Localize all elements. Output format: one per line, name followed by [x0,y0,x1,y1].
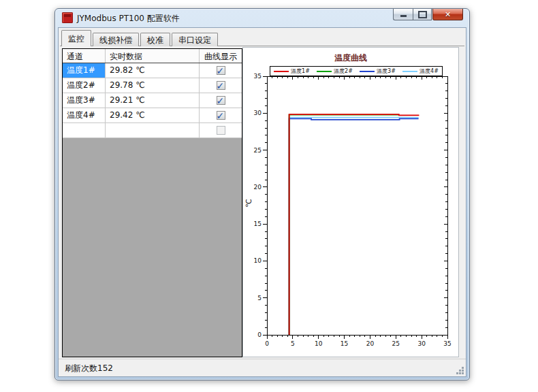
y-axis-label: ℃ [244,199,253,207]
minimize-button[interactable] [393,9,413,20]
svg-text:5: 5 [257,295,262,301]
curve-checkbox[interactable]: ✓ [217,81,225,90]
svg-text:25: 25 [392,340,400,347]
svg-text:35: 35 [254,73,262,80]
svg-text:0: 0 [265,340,269,347]
svg-text:5: 5 [291,340,295,347]
tab-3[interactable]: 校准 [140,33,170,46]
svg-text:15: 15 [254,220,262,227]
legend-item: 温度1# [274,69,310,74]
refresh-count-label: 刷新次数152 [65,363,113,374]
curve-checkbox[interactable] [217,126,225,135]
legend-item: 温度3# [360,69,396,74]
maximize-icon [418,11,427,18]
value-cell[interactable]: 29.21 ℃ [106,93,200,108]
svg-text:20: 20 [366,340,375,347]
tab-2[interactable]: 线损补偿 [93,33,139,46]
table-row[interactable]: 温度3#29.21 ℃✓ [63,93,242,108]
legend-line-swatch [360,71,375,72]
legend-line-swatch [402,71,417,72]
svg-text:0: 0 [257,331,262,338]
chart-legend: 温度1#温度2#温度3#温度4# [270,66,443,76]
legend-label: 温度2# [334,69,353,74]
status-bar: 刷新次数152 [59,359,466,376]
table-row[interactable]: 温度2#29.78 ℃✓ [63,78,242,93]
channel-cell[interactable]: 温度4# [63,108,106,122]
client-area: 监控线损补偿校准串口设定 通道实时数据曲线显示 温度1#29.82 ℃✓温度2#… [58,27,466,377]
value-cell[interactable]: 29.82 ℃ [106,63,200,78]
curve-display-cell: ✓ [200,93,242,108]
value-cell[interactable] [106,123,200,137]
window-title: JYModbus PT100 配置软件 [77,13,180,24]
legend-line-swatch [274,71,289,72]
maximize-button[interactable] [413,9,432,20]
curve-display-cell: ✓ [200,108,242,122]
svg-text:20: 20 [254,184,262,191]
resize-grip[interactable] [456,366,464,375]
tab-4[interactable]: 串口设定 [172,33,218,46]
close-button[interactable]: ✕ [432,9,463,20]
svg-text:25: 25 [254,147,262,154]
channel-cell[interactable]: 温度1# [63,63,106,78]
legend-label: 温度4# [420,69,439,74]
value-cell[interactable]: 29.78 ℃ [106,78,200,93]
svg-text:10: 10 [254,257,262,264]
close-icon: ✕ [445,10,451,19]
column-header[interactable]: 实时数据 [106,49,200,63]
table-body: 温度1#29.82 ℃✓温度2#29.78 ℃✓温度3#29.21 ℃✓温度4#… [63,63,242,138]
window-controls: ✕ [393,9,463,20]
tab-strip: 监控线损补偿校准串口设定 [61,30,219,46]
tab-1[interactable]: 监控 [61,30,91,46]
app-window: JYModbus PT100 配置软件 ✕ 监控线损补偿校准串口设定 通道实时数… [54,8,470,380]
app-icon [62,12,73,23]
legend-label: 温度1# [291,69,310,74]
chart-panel: 温度曲线 温度1#温度2#温度3#温度4# ℃ 0510152025303505… [242,47,459,357]
table-row[interactable]: 温度4#29.42 ℃✓ [63,108,242,123]
svg-text:15: 15 [341,340,348,347]
column-header[interactable]: 曲线显示 [200,49,242,63]
check-icon: ✓ [217,64,225,78]
channel-cell[interactable]: 温度3# [63,93,106,108]
table-row[interactable] [63,123,242,138]
curve-display-cell [200,123,242,137]
svg-text:30: 30 [254,110,262,116]
check-icon: ✓ [217,94,225,108]
legend-label: 温度3# [377,69,396,74]
curve-display-cell: ✓ [200,78,242,93]
value-cell[interactable]: 29.42 ℃ [106,108,200,122]
legend-item: 温度4# [402,69,439,74]
svg-text:30: 30 [417,340,426,347]
channel-cell[interactable]: 温度2# [63,78,106,93]
table-row[interactable]: 温度1#29.82 ℃✓ [63,63,242,78]
channel-cell[interactable] [63,123,106,137]
check-icon: ✓ [217,109,225,122]
minimize-icon [400,15,407,17]
curve-checkbox[interactable]: ✓ [217,66,225,75]
legend-item: 温度2# [317,69,353,74]
curve-checkbox[interactable]: ✓ [217,111,225,120]
svg-text:35: 35 [443,340,451,347]
desktop: JYModbus PT100 配置软件 ✕ 监控线损补偿校准串口设定 通道实时数… [0,0,538,392]
channel-table: 通道实时数据曲线显示 温度1#29.82 ℃✓温度2#29.78 ℃✓温度3#2… [62,48,242,357]
column-header[interactable]: 通道 [63,49,106,63]
chart-plot: 0510152025303505101520253035 [243,48,458,357]
curve-checkbox[interactable]: ✓ [217,96,225,105]
legend-line-swatch [317,71,332,72]
table-header-row: 通道实时数据曲线显示 [63,49,242,63]
chart-title: 温度曲线 [243,52,458,64]
title-bar[interactable]: JYModbus PT100 配置软件 ✕ [55,9,469,27]
check-icon: ✓ [217,79,225,93]
curve-display-cell: ✓ [200,63,242,78]
svg-text:10: 10 [315,340,323,347]
